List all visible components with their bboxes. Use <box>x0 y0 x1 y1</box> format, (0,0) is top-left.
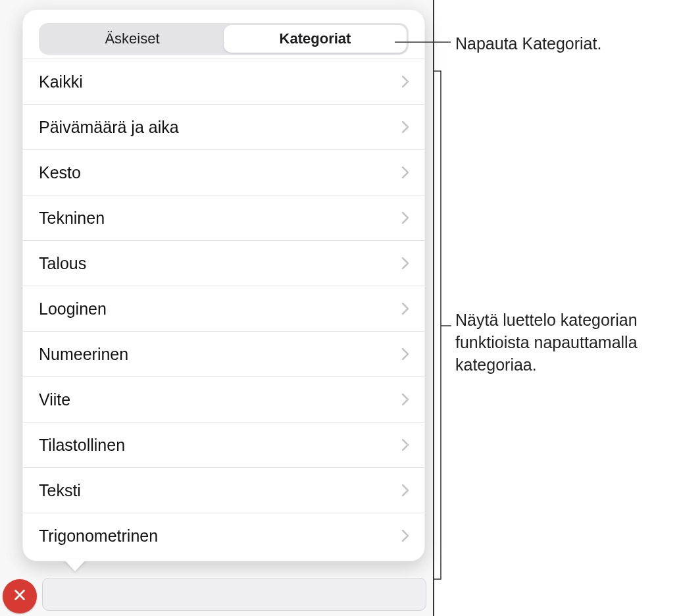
category-row[interactable]: Viite <box>23 376 424 422</box>
tab-recent[interactable]: Äskeiset <box>41 25 224 53</box>
segmented-control: Äskeiset Kategoriat <box>39 23 409 55</box>
chevron-right-icon <box>402 303 409 315</box>
chevron-right-icon <box>402 484 409 496</box>
tab-recent-label: Äskeiset <box>105 30 159 47</box>
chevron-right-icon <box>402 257 409 269</box>
close-button[interactable] <box>3 579 37 613</box>
category-label: Kesto <box>39 163 81 182</box>
category-row[interactable]: Päivämäärä ja aika <box>23 104 424 149</box>
chevron-right-icon <box>402 121 409 133</box>
category-row[interactable]: Kesto <box>23 149 424 195</box>
functions-popover: Äskeiset Kategoriat Kaikki Päivämäärä ja… <box>22 9 425 561</box>
category-row[interactable]: Tilastollinen <box>23 422 424 467</box>
chevron-right-icon <box>402 76 409 88</box>
close-icon <box>13 588 27 605</box>
formula-input[interactable] <box>42 578 426 611</box>
category-label: Kaikki <box>39 72 83 91</box>
category-row[interactable]: Tekninen <box>23 195 424 240</box>
category-label: Trigonometrinen <box>39 526 158 546</box>
category-list: Kaikki Päivämäärä ja aika Kesto Tekninen <box>23 59 424 558</box>
category-label: Viite <box>39 390 70 409</box>
chevron-right-icon <box>402 348 409 360</box>
chevron-right-icon <box>402 394 409 405</box>
tab-categories[interactable]: Kategoriat <box>224 25 407 53</box>
chevron-right-icon <box>402 167 409 178</box>
category-label: Talous <box>39 254 86 273</box>
callout-tap-categories: Napauta Kategoriat. <box>455 33 601 55</box>
category-label: Numeerinen <box>39 345 128 364</box>
category-row[interactable]: Kaikki <box>23 59 424 104</box>
category-label: Tekninen <box>39 209 105 228</box>
callout-tap-category-detail: Näytä luettelo kategorian funktioista na… <box>455 309 672 376</box>
category-row[interactable]: Teksti <box>23 467 424 513</box>
category-label: Tilastollinen <box>39 436 125 455</box>
category-row[interactable]: Looginen <box>23 286 424 331</box>
chevron-right-icon <box>402 530 409 542</box>
category-row[interactable]: Numeerinen <box>23 331 424 376</box>
category-label: Teksti <box>39 481 81 500</box>
category-row[interactable]: Trigonometrinen <box>23 513 424 558</box>
category-row[interactable]: Talous <box>23 240 424 286</box>
category-label: Looginen <box>39 299 107 319</box>
chevron-right-icon <box>402 439 409 451</box>
tab-categories-label: Kategoriat <box>280 30 351 47</box>
device-frame: Äskeiset Kategoriat Kaikki Päivämäärä ja… <box>0 0 434 616</box>
category-label: Päivämäärä ja aika <box>39 118 179 137</box>
chevron-right-icon <box>402 212 409 224</box>
popover-tail <box>64 559 86 571</box>
